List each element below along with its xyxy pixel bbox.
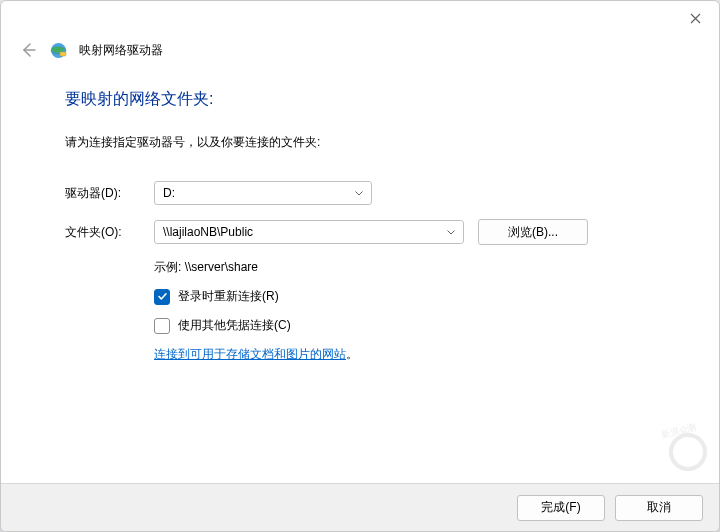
chevron-down-icon bbox=[355, 188, 363, 198]
folder-combobox[interactable]: \\lajilaoNB\Public bbox=[154, 220, 464, 244]
reconnect-row: 登录时重新连接(R) bbox=[154, 288, 677, 305]
options-block: 示例: \\server\share 登录时重新连接(R) 使用其他凭据连接(C… bbox=[154, 259, 677, 363]
browse-button[interactable]: 浏览(B)... bbox=[478, 219, 588, 245]
drive-value: D: bbox=[163, 186, 175, 200]
svg-rect-2 bbox=[60, 52, 66, 56]
network-drive-icon bbox=[49, 41, 67, 59]
example-text: 示例: \\server\share bbox=[154, 259, 677, 276]
drive-row: 驱动器(D): D: bbox=[65, 181, 677, 205]
reconnect-label: 登录时重新连接(R) bbox=[178, 288, 279, 305]
link-period: 。 bbox=[346, 347, 358, 361]
titlebar bbox=[1, 1, 719, 39]
content-area: 要映射的网络文件夹: 请为连接指定驱动器号，以及你要连接的文件夹: 驱动器(D)… bbox=[1, 61, 719, 363]
map-network-drive-dialog: 映射网络驱动器 要映射的网络文件夹: 请为连接指定驱动器号，以及你要连接的文件夹… bbox=[0, 0, 720, 532]
close-button[interactable] bbox=[681, 7, 709, 29]
wizard-title: 映射网络驱动器 bbox=[79, 42, 163, 59]
folder-value: \\lajilaoNB\Public bbox=[163, 225, 253, 239]
other-credentials-label: 使用其他凭据连接(C) bbox=[178, 317, 291, 334]
checkmark-icon bbox=[157, 291, 168, 302]
watermark: 新浪众测 bbox=[661, 425, 715, 479]
drive-combobox[interactable]: D: bbox=[154, 181, 372, 205]
other-credentials-checkbox[interactable] bbox=[154, 318, 170, 334]
other-credentials-row: 使用其他凭据连接(C) bbox=[154, 317, 677, 334]
page-heading: 要映射的网络文件夹: bbox=[65, 89, 677, 110]
folder-label: 文件夹(O): bbox=[65, 224, 140, 241]
website-link-row: 连接到可用于存储文档和图片的网站。 bbox=[154, 346, 677, 363]
back-button[interactable] bbox=[19, 41, 37, 59]
finish-button[interactable]: 完成(F) bbox=[517, 495, 605, 521]
folder-row: 文件夹(O): \\lajilaoNB\Public 浏览(B)... bbox=[65, 219, 677, 245]
back-arrow-icon bbox=[20, 42, 36, 58]
reconnect-checkbox[interactable] bbox=[154, 289, 170, 305]
instruction-text: 请为连接指定驱动器号，以及你要连接的文件夹: bbox=[65, 134, 677, 151]
cancel-button[interactable]: 取消 bbox=[615, 495, 703, 521]
wizard-header: 映射网络驱动器 bbox=[1, 39, 719, 61]
chevron-down-icon bbox=[447, 227, 455, 237]
drive-label: 驱动器(D): bbox=[65, 185, 140, 202]
close-icon bbox=[690, 13, 701, 24]
dialog-footer: 完成(F) 取消 bbox=[1, 483, 719, 531]
connect-website-link[interactable]: 连接到可用于存储文档和图片的网站 bbox=[154, 347, 346, 361]
